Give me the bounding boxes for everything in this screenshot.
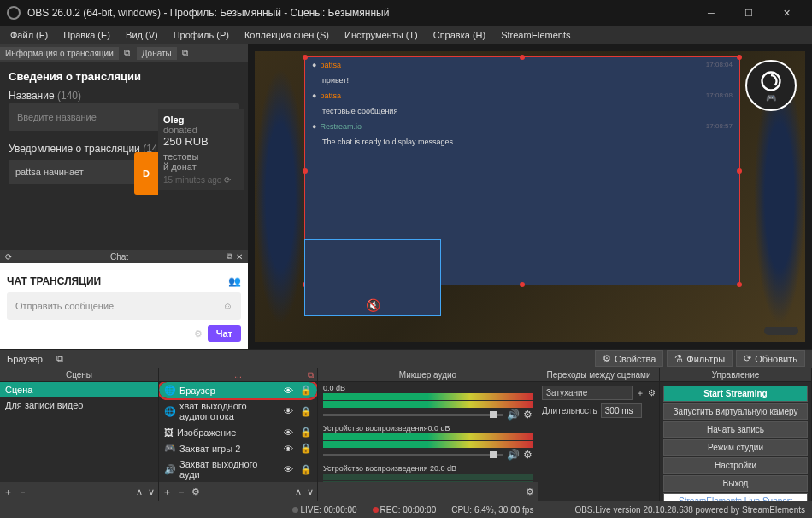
- chat-heading: ЧАТ ТРАНСЛЯЦИИ 👥: [7, 270, 241, 292]
- popout-icon[interactable]: ⧉: [308, 370, 314, 380]
- source-item[interactable]: 🌐хват выходного аудиопотока👁🔒: [159, 398, 317, 424]
- add-button[interactable]: ＋: [636, 387, 644, 399]
- popout-icon[interactable]: ⧉: [182, 48, 188, 58]
- popout-icon[interactable]: ⧉: [56, 353, 63, 364]
- menu-profile[interactable]: Профиль (P): [167, 28, 236, 42]
- source-item[interactable]: 🖼Изображение👁🔒: [159, 424, 317, 440]
- chat-button[interactable]: Чат: [208, 325, 241, 342]
- chat-dock: ⟳ Chat ⧉ ✕ ЧАТ ТРАНСЛЯЦИИ 👥 Отправить со…: [0, 250, 248, 349]
- gear-icon[interactable]: ⚙: [526, 486, 534, 497]
- transition-select[interactable]: Затухание: [542, 386, 633, 400]
- mixer-dock: Микшер аудио 0.0 dB 🔊⚙Устройство воспрои…: [318, 368, 538, 501]
- reload-icon: ⟳: [744, 353, 751, 364]
- up-button[interactable]: ∧: [295, 486, 302, 497]
- visibility-icon[interactable]: 👁: [284, 427, 293, 438]
- menu-stream-elements[interactable]: StreamElements: [494, 28, 577, 42]
- menu-tools[interactable]: Инструменты (T): [338, 28, 425, 42]
- preview[interactable]: ●pattsa17:08:04привет!●pattsa17:08:08тес…: [248, 44, 812, 349]
- gear-icon[interactable]: ⚙: [523, 409, 533, 421]
- maximize-button[interactable]: ☐: [730, 0, 768, 26]
- gear-icon[interactable]: ⚙: [648, 388, 656, 397]
- duration-label: Длительность: [542, 406, 597, 415]
- close-button[interactable]: ✕: [768, 0, 805, 26]
- properties-button[interactable]: ⚙Свойства: [595, 350, 663, 367]
- lock-icon[interactable]: 🔒: [300, 464, 312, 475]
- emoji-icon[interactable]: ☺: [223, 301, 232, 311]
- left-tabs: Информация о трансляции ⧉ Донаты ⧉: [0, 44, 248, 62]
- exit-button[interactable]: Выход: [663, 475, 808, 492]
- lock-icon[interactable]: 🔒: [300, 443, 312, 454]
- scenes-list[interactable]: СценаДля записи видео: [0, 382, 158, 482]
- close-icon[interactable]: ✕: [236, 252, 243, 262]
- filters-button[interactable]: ⚗Фильтры: [667, 350, 733, 367]
- reload-icon[interactable]: ⟳: [224, 175, 231, 185]
- chat-footer: ⚙ Чат: [7, 320, 241, 342]
- controls-dock: Управление Start Streaming Запустить вир…: [660, 368, 812, 501]
- menu-help[interactable]: Справка (H): [427, 28, 492, 42]
- scene-item[interactable]: Для записи видео: [0, 397, 158, 413]
- duration-input[interactable]: 300 ms: [601, 403, 642, 418]
- menu-edit[interactable]: Правка (E): [56, 28, 117, 42]
- lock-icon[interactable]: 🔒: [300, 427, 312, 438]
- speaker-icon[interactable]: 🔊: [507, 409, 520, 421]
- preview-chat-message: ●pattsa17:08:04привет!: [305, 57, 739, 88]
- rec-status: REC: 00:00:00: [373, 505, 437, 515]
- settings-button[interactable]: Настройки: [663, 457, 808, 474]
- source-item[interactable]: 🌐Браузер👁🔒: [159, 382, 317, 398]
- down-button[interactable]: ∨: [307, 486, 314, 497]
- source-type-icon: 🎮: [164, 443, 176, 454]
- preview-canvas: ●pattsa17:08:04привет!●pattsa17:08:08тес…: [255, 51, 805, 342]
- cpu-status: CPU: 6.4%, 30.00 fps: [451, 505, 533, 515]
- down-button[interactable]: ∨: [148, 486, 155, 497]
- obs-watermark-icon: 🎮: [745, 60, 797, 111]
- live-dot-icon: [292, 507, 298, 513]
- popout-icon[interactable]: ⧉: [124, 48, 130, 58]
- source-item[interactable]: 🎮Захват игры 2👁🔒: [159, 440, 317, 456]
- chat-input[interactable]: Отправить сообщение ☺: [7, 292, 241, 320]
- tab-broadcast-info[interactable]: Информация о трансляции: [0, 47, 119, 60]
- support-button[interactable]: StreamElements Live Support: [663, 493, 808, 501]
- scene-item[interactable]: Сцена: [0, 382, 158, 397]
- menu-file[interactable]: Файл (F): [3, 28, 55, 42]
- sources-header: ...⧉: [159, 368, 317, 382]
- visibility-icon[interactable]: 👁: [284, 406, 293, 416]
- sources-list[interactable]: 🌐Браузер👁🔒🌐хват выходного аудиопотока👁🔒🖼…: [159, 382, 317, 482]
- virtual-cam-button[interactable]: Запустить виртуальную камеру: [663, 403, 808, 420]
- preview-scrollbar[interactable]: [764, 327, 798, 335]
- volume-slider[interactable]: [323, 414, 503, 416]
- reload-icon[interactable]: ⟳: [5, 252, 12, 262]
- volume-slider[interactable]: [323, 454, 503, 456]
- mixer-channel: 0.0 dB 🔊⚙: [318, 382, 538, 422]
- add-button[interactable]: ＋: [3, 486, 13, 498]
- menu-scene-collection[interactable]: Коллекция сцен (S): [238, 28, 336, 42]
- people-icon[interactable]: 👥: [228, 275, 241, 287]
- lock-icon[interactable]: 🔒: [300, 385, 312, 396]
- source-type-icon: 🌐: [164, 385, 176, 396]
- secondary-source-bounds[interactable]: 🔇: [304, 239, 441, 316]
- up-button[interactable]: ∧: [136, 486, 143, 497]
- menu-view[interactable]: Вид (V): [119, 28, 165, 42]
- tab-donations[interactable]: Донаты: [137, 47, 177, 60]
- refresh-button[interactable]: ⟳Обновить: [736, 350, 805, 367]
- start-streaming-button[interactable]: Start Streaming: [663, 386, 808, 402]
- chat-title: Chat: [12, 252, 227, 262]
- gear-icon[interactable]: ⚙: [523, 449, 533, 461]
- menubar: Файл (F) Правка (E) Вид (V) Профиль (P) …: [0, 26, 812, 44]
- studio-mode-button[interactable]: Режим студии: [663, 439, 808, 456]
- start-recording-button[interactable]: Начать запись: [663, 421, 808, 438]
- visibility-icon[interactable]: 👁: [284, 386, 293, 396]
- source-item[interactable]: 🔊Захват выходного ауди👁🔒: [159, 456, 317, 482]
- remove-button[interactable]: －: [177, 486, 186, 498]
- gear-icon[interactable]: ⚙: [191, 486, 200, 497]
- controls-header: Управление: [660, 368, 811, 382]
- remove-button[interactable]: －: [18, 486, 27, 498]
- popout-icon[interactable]: ⧉: [227, 251, 232, 262]
- minimize-button[interactable]: ─: [692, 0, 730, 26]
- speaker-icon[interactable]: 🔊: [507, 449, 520, 461]
- gear-icon[interactable]: ⚙: [194, 328, 203, 339]
- add-button[interactable]: ＋: [162, 486, 172, 498]
- lock-icon[interactable]: 🔒: [300, 406, 312, 417]
- visibility-icon[interactable]: 👁: [284, 444, 293, 454]
- visibility-icon[interactable]: 👁: [284, 464, 293, 474]
- chat-body: ЧАТ ТРАНСЛЯЦИИ 👥 Отправить сообщение ☺ ⚙…: [0, 263, 248, 349]
